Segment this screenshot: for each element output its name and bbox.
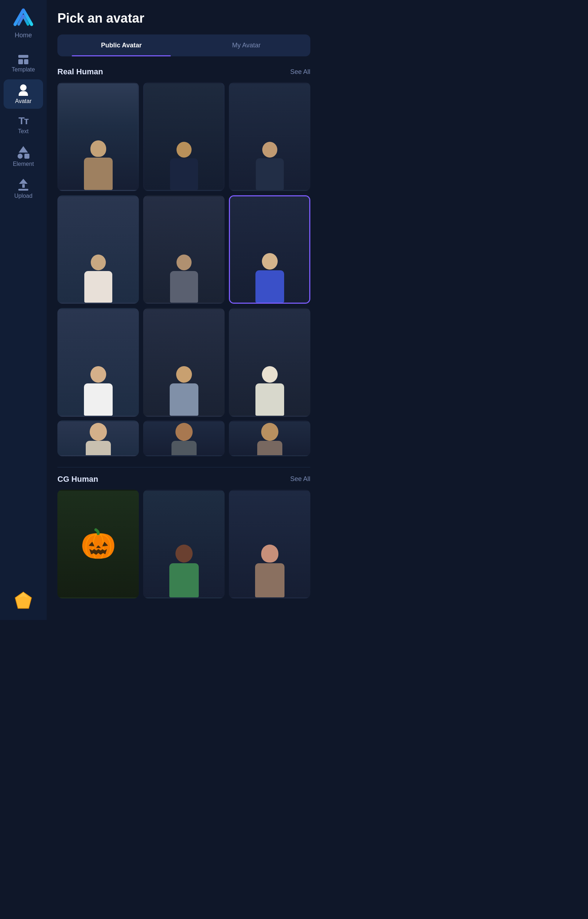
sidebar-item-text[interactable]: Tт Text (3, 111, 43, 139)
avatar-card-cg1[interactable]: 🎃 (57, 490, 139, 599)
avatar-card-rh2[interactable] (143, 82, 225, 191)
text-icon: Tт (19, 116, 28, 126)
tab-public-avatar[interactable]: Public Avatar (60, 37, 183, 54)
section-real-human: Real Human See All (57, 67, 310, 456)
sidebar-item-template[interactable]: Template (3, 50, 43, 77)
avatar-card-cg3[interactable] (229, 490, 310, 599)
avatar-card-rh12[interactable] (229, 421, 310, 456)
section-divider (57, 467, 310, 468)
gem-icon (15, 591, 32, 609)
avatar-card-rh9[interactable] (229, 308, 310, 417)
sidebar-item-upload[interactable]: Upload (3, 174, 43, 204)
avatar-card-rh7[interactable] (57, 308, 139, 417)
text-label: Text (18, 128, 28, 134)
real-human-see-all[interactable]: See All (290, 68, 310, 76)
main-content: Pick an avatar Public Avatar My Avatar R… (47, 0, 321, 620)
cg-human-header: CG Human See All (57, 474, 310, 484)
template-icon (18, 55, 28, 64)
cg-human-title: CG Human (57, 474, 98, 484)
avatar-card-rh11[interactable] (143, 421, 225, 456)
template-label: Template (12, 66, 35, 73)
avatar-label: Avatar (15, 98, 32, 104)
sidebar-home-label[interactable]: Home (15, 32, 32, 39)
upload-label: Upload (15, 193, 33, 199)
avatar-tabs: Public Avatar My Avatar (57, 34, 310, 57)
upload-icon (18, 179, 28, 191)
real-human-partial-row (57, 421, 310, 456)
avatar-card-rh3[interactable] (229, 82, 310, 191)
real-human-grid (57, 82, 310, 417)
cg-human-see-all[interactable]: See All (290, 475, 310, 483)
sidebar-item-avatar[interactable]: Avatar (3, 79, 43, 109)
cg-human-grid: 🎃 (57, 490, 310, 599)
real-human-title: Real Human (57, 67, 103, 76)
element-label: Element (13, 161, 34, 167)
app-logo[interactable] (11, 7, 35, 30)
element-icon (17, 146, 29, 159)
avatar-card-rh10[interactable] (57, 421, 139, 456)
tab-my-avatar[interactable]: My Avatar (185, 37, 309, 54)
sidebar: Home Template Avatar Tт Text (0, 0, 47, 620)
sidebar-bottom-gem[interactable] (15, 588, 32, 613)
page-title: Pick an avatar (57, 11, 310, 26)
avatar-card-rh5[interactable] (143, 195, 225, 304)
section-cg-human: CG Human See All 🎃 (57, 474, 310, 599)
avatar-card-rh8[interactable] (143, 308, 225, 417)
real-human-header: Real Human See All (57, 67, 310, 76)
avatar-card-rh4[interactable] (57, 195, 139, 304)
avatar-person-icon (19, 84, 28, 96)
avatar-card-cg2[interactable] (143, 490, 225, 599)
avatar-card-rh6[interactable] (229, 195, 310, 304)
sidebar-item-element[interactable]: Element (3, 141, 43, 172)
avatar-card-rh1[interactable] (57, 82, 139, 191)
